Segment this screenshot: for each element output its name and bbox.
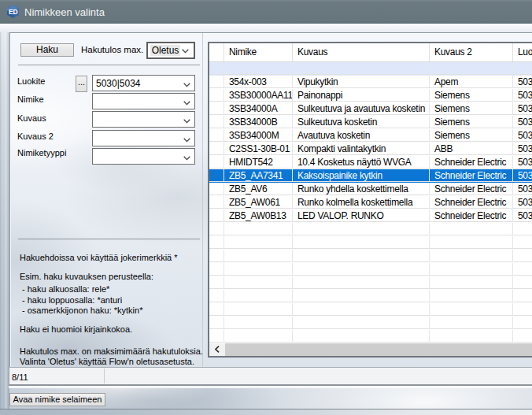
svg-text:ED: ED — [9, 8, 18, 16]
